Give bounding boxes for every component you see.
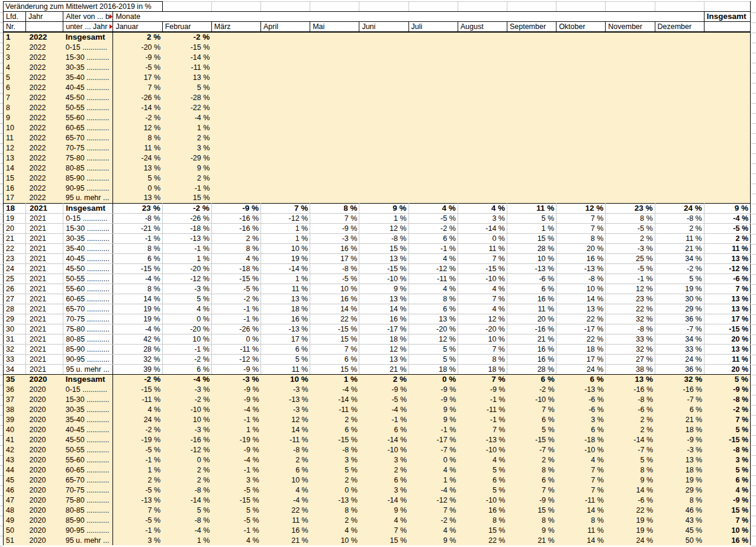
cell-lfd-nr[interactable]: 34 (4, 364, 26, 374)
cell-lfd-nr[interactable]: 11 (4, 133, 26, 143)
cell-month-11[interactable]: 23 % (606, 294, 655, 304)
cell-month-6[interactable]: 13 % (359, 294, 408, 304)
header-month-1[interactable]: Januar (113, 22, 162, 33)
cell-lfd-nr[interactable]: 48 (4, 505, 26, 515)
cell-month-4[interactable]: -13 % (261, 324, 310, 334)
cell-month-11[interactable]: -7 % (606, 445, 655, 455)
cell-month-3[interactable]: 5 % (211, 505, 260, 515)
cell-month-2[interactable]: -3 % (162, 424, 211, 435)
cell-month-4[interactable]: -8 % (261, 445, 310, 455)
cell-month-9[interactable]: 7 % (507, 485, 556, 495)
cell-month-1[interactable]: -20 % (113, 42, 162, 52)
cell-month-12[interactable]: 19 % (655, 475, 704, 485)
cell-month-7[interactable]: -17 % (408, 435, 458, 445)
cell-month-10[interactable]: 11 % (556, 525, 606, 535)
cell-jahr[interactable]: 2021 (26, 294, 63, 304)
empty-cell[interactable] (359, 2, 408, 12)
cell-jahr[interactable]: 2020 (26, 384, 63, 394)
cell-month-11[interactable]: 32 % (606, 314, 655, 324)
cell-month-11[interactable]: 13 % (606, 374, 655, 384)
cell-month-4[interactable]: 1 % (261, 274, 310, 284)
cell-month-4[interactable]: -3 % (261, 384, 310, 394)
cell-month-9[interactable]: 9 % (507, 525, 556, 535)
header-nr[interactable]: Nr. (4, 22, 26, 33)
cell-month-10[interactable]: -13 % (556, 263, 606, 274)
cell-month-5[interactable]: 2 % (310, 475, 359, 485)
cell-month-11[interactable]: -16 % (606, 384, 655, 394)
cell-month-2[interactable]: -14 % (162, 52, 211, 62)
cell-lfd-nr[interactable]: 32 (4, 344, 26, 354)
cell-month-10[interactable]: -17 % (556, 324, 606, 334)
cell-month-7[interactable]: 6 % (408, 233, 458, 243)
cell-month-9[interactable]: 20 % (507, 314, 556, 324)
cell-month-6[interactable]: 13 % (359, 253, 408, 263)
cell-month-1[interactable]: -8 % (113, 213, 162, 223)
cell-month-4[interactable]: 10 % (261, 475, 310, 485)
cell-jahr[interactable]: 2020 (26, 414, 63, 424)
cell-lfd-nr[interactable]: 18 (4, 203, 26, 213)
cell-month-1[interactable]: 8 % (113, 243, 162, 253)
cell-month-5[interactable]: 8 % (310, 505, 359, 515)
cell-month-8[interactable]: -9 % (458, 384, 507, 394)
cell-month-9[interactable]: 10 % (507, 253, 556, 263)
cell-month-12[interactable]: 5 % (655, 274, 704, 284)
cell-alter[interactable]: 0-15 ............ (63, 213, 113, 223)
cell-month-8[interactable]: -15 % (458, 263, 507, 274)
cell-month-7[interactable]: -1 % (408, 424, 458, 435)
cell-month-6[interactable]: -17 % (359, 324, 408, 334)
cell-month-1[interactable]: 0 % (113, 183, 162, 193)
cell-alter[interactable]: 40-45 ........... (63, 424, 113, 435)
cell-month-3[interactable]: 1 % (211, 424, 260, 435)
cell-month-6[interactable]: -15 % (359, 263, 408, 274)
cell-month-10[interactable]: 12 % (556, 203, 606, 213)
cell-month-7[interactable]: 5 % (408, 354, 458, 364)
cell-jahr[interactable]: 2022 (26, 173, 63, 183)
cell-insgesamt[interactable]: 13 % (704, 253, 750, 263)
cell-jahr[interactable]: 2022 (26, 163, 63, 173)
cell-month-2[interactable]: 3 % (162, 143, 211, 153)
cell-month-1[interactable]: 8 % (113, 284, 162, 294)
cell-month-5[interactable]: 7 % (310, 213, 359, 223)
cell-month-6[interactable]: 3 % (359, 485, 408, 495)
cell-month-4[interactable]: 11 % (261, 515, 310, 525)
cell-month-5[interactable]: 14 % (310, 304, 359, 314)
empty-cell[interactable] (556, 2, 606, 12)
cell-insgesamt[interactable]: 13 % (704, 344, 750, 354)
cell-jahr[interactable]: 2021 (26, 263, 63, 274)
cell-lfd-nr[interactable]: 3 (4, 52, 26, 62)
empty-cell[interactable] (655, 2, 704, 12)
cell-month-8[interactable]: 3 % (458, 213, 507, 223)
cell-month-8[interactable]: 18 % (458, 364, 507, 374)
cell-month-12[interactable]: -7 % (655, 394, 704, 404)
cell-insgesamt[interactable]: -6 % (704, 274, 750, 284)
cell-jahr[interactable]: 2021 (26, 253, 63, 263)
cell-insgesamt[interactable]: 7 % (704, 284, 750, 294)
cell-lfd-nr[interactable]: 9 (4, 112, 26, 123)
cell-alter[interactable]: 0-15 ............ (63, 42, 113, 52)
cell-month-2[interactable]: -15 % (162, 42, 211, 52)
cell-month-3[interactable]: -9 % (211, 394, 260, 404)
cell-month-7[interactable]: -12 % (408, 495, 458, 505)
cell-jahr[interactable]: 2021 (26, 314, 63, 324)
cell-month-2[interactable]: 2 % (162, 465, 211, 475)
cell-lfd-nr[interactable]: 10 (4, 123, 26, 133)
cell-jahr[interactable]: 2020 (26, 424, 63, 435)
cell-month-9[interactable]: 16 % (507, 354, 556, 364)
cell-month-10[interactable]: 14 % (556, 535, 606, 545)
cell-insgesamt[interactable]: 15 % (704, 505, 750, 515)
cell-lfd-nr[interactable]: 15 (4, 173, 26, 183)
cell-month-10[interactable]: -8 % (556, 274, 606, 284)
cell-month-5[interactable]: -4 % (310, 384, 359, 394)
cell-month-2[interactable]: -1 % (162, 243, 211, 253)
cell-month-9[interactable]: 16 % (507, 294, 556, 304)
cell-month-9[interactable]: 16 % (507, 344, 556, 354)
cell-alter[interactable]: 85-90 ........... (63, 173, 113, 183)
cell-month-1[interactable]: 39 % (113, 364, 162, 374)
header-month-2[interactable]: Februar (162, 22, 211, 33)
cell-month-9[interactable]: 6 % (507, 475, 556, 485)
cell-month-6[interactable]: 3 % (359, 455, 408, 465)
cell-alter[interactable]: 15-30 ........... (63, 394, 113, 404)
cell-month-2[interactable]: 5 % (162, 505, 211, 515)
cell-alter[interactable]: 95 u. mehr ... (63, 535, 113, 545)
cell-month-6[interactable]: -10 % (359, 274, 408, 284)
